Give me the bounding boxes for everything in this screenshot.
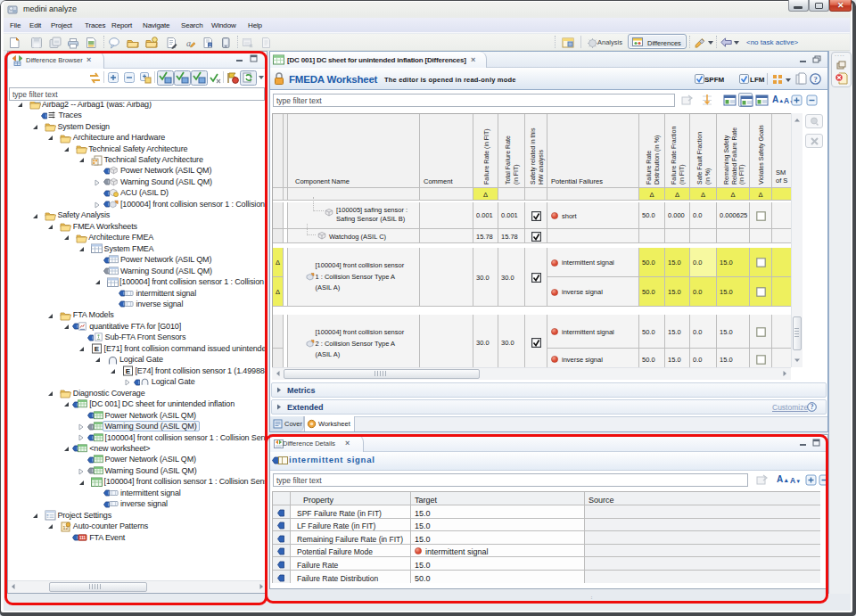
svg-text:a: a [186,38,191,48]
svg-text:?: ? [813,75,817,84]
svg-text:?: ? [811,403,814,411]
